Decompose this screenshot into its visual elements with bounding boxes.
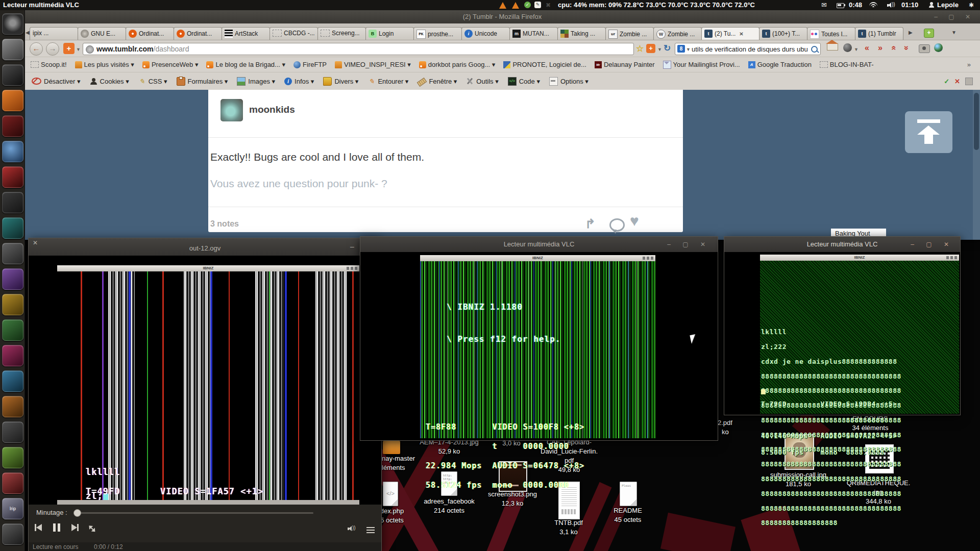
launcher-item[interactable]	[2, 472, 23, 494]
launcher-item[interactable]: lrip	[2, 498, 23, 519]
tab-zombie-1[interactable]: urZombie ...	[605, 27, 654, 40]
notes-count[interactable]: 3 notes	[210, 219, 239, 229]
vlc-titlebar[interactable]: Lecteur multimédia VLC	[360, 237, 718, 252]
bookmark-blog-brigade[interactable]: Le blog de la Brigad... ▾	[206, 61, 285, 68]
add-bookmark-button[interactable]: +	[646, 44, 655, 53]
like-heart-icon[interactable]: ♥	[630, 212, 639, 230]
desktop-icon-label[interactable]: nay-master léments	[382, 454, 418, 472]
vlc-cone-icon[interactable]	[499, 2, 506, 9]
window-controls[interactable]: – ▢ ✕	[667, 237, 710, 252]
bookmark-star-icon[interactable]: ☆	[636, 43, 644, 54]
webdev-code[interactable]: </>Code ▾	[508, 77, 540, 86]
launcher-item[interactable]	[2, 523, 23, 545]
launcher-item[interactable]	[2, 217, 23, 239]
tab-cbcdg[interactable]: CBCDG -...	[270, 27, 318, 40]
update-ok-icon[interactable]: ✓	[524, 2, 531, 8]
fullscreen-button[interactable]	[87, 522, 102, 537]
new-tab-button[interactable]: +	[924, 29, 934, 38]
launcher-item[interactable]	[2, 447, 23, 468]
tab-prosthe[interactable]: PKprosthe...	[413, 27, 462, 40]
render-mode-icon[interactable]	[965, 78, 973, 85]
screenshot-icon[interactable]	[919, 44, 930, 53]
validation-fail-icon[interactable]: ✕	[954, 78, 960, 85]
desktop-icon-label[interactable]: README 45 octets	[587, 506, 669, 524]
launcher-item[interactable]	[2, 268, 23, 290]
tab-unicode[interactable]: iUnicode	[461, 27, 510, 40]
bookmark-blog-in-bat[interactable]: BLOG-IN-BAT-	[820, 61, 874, 68]
webdev-forms[interactable]: Formulaires ▾	[177, 77, 228, 86]
session-gear-icon[interactable]: ✱	[969, 2, 974, 9]
seek-slider[interactable]	[75, 512, 313, 514]
share-icon[interactable]: ↱	[585, 216, 596, 231]
url-bar[interactable]: www.tumblr.com/dashboard	[83, 43, 634, 55]
vlc-titlebar[interactable]: out-12.ogv	[29, 238, 381, 256]
desktop-icon-label[interactable]: 2.pdf ko	[718, 418, 748, 437]
user-name[interactable]: Lepole	[937, 1, 959, 9]
reply-icon[interactable]	[609, 218, 625, 232]
bookmark-dorkbot[interactable]: dorkbot paris Goog... ▾	[419, 61, 496, 68]
tab-screeng[interactable]: Screeng...	[317, 27, 366, 40]
scrollbar-thumb[interactable]	[974, 93, 979, 150]
tumblr-new-post-button[interactable]: +	[63, 43, 75, 54]
video-area[interactable]: IBNIZ \ IBNIZ 1.1180 \ Press f12 for hel…	[360, 252, 718, 440]
video-area[interactable]: IBNIZ lkllll zl;222 cdxd je ne daisplus8…	[724, 252, 960, 415]
tab-list-dropdown[interactable]: ▼	[951, 30, 957, 35]
close-icon[interactable]: ✕	[33, 239, 38, 246]
tab-artstack[interactable]: ArtStack	[222, 27, 270, 40]
tab-ipix[interactable]: ipix ...	[30, 27, 78, 40]
launcher-item[interactable]	[2, 90, 23, 111]
tab-scroll-right-button[interactable]: ▶	[909, 30, 913, 35]
search-icon[interactable]	[811, 46, 818, 53]
tab-ordinateur-1[interactable]: Ordinat...	[126, 27, 174, 40]
launcher-item[interactable]	[2, 370, 23, 392]
firefox-titlebar[interactable]: (2) Tumblr - Mozilla Firefox	[24, 10, 980, 23]
avatar[interactable]	[220, 99, 243, 121]
webdev-options[interactable]: Options ▾	[549, 77, 589, 86]
scroll-up-icon[interactable]: »	[889, 46, 898, 51]
colorzilla-icon[interactable]	[934, 43, 943, 52]
clock[interactable]: 01:10	[901, 1, 918, 9]
ask-placeholder[interactable]: Vous avez une question pour punk- ?	[210, 178, 387, 190]
webdev-divers[interactable]: Divers ▾	[323, 77, 358, 86]
network-wifi-icon[interactable]	[869, 2, 877, 8]
launcher-item[interactable]	[2, 39, 23, 60]
webdev-css[interactable]: ✎CSS ▾	[138, 78, 167, 85]
tab-zombie-2[interactable]: WZombie ...	[653, 27, 702, 40]
previous-button[interactable]	[35, 524, 50, 537]
webdev-images[interactable]: Images ▾	[237, 77, 275, 86]
tab-close-icon[interactable]: ✕	[739, 31, 743, 37]
bookmark-presenceweb[interactable]: PresenceWeb ▾	[142, 61, 199, 68]
tab-login[interactable]: BLogin	[365, 27, 414, 40]
bookmark-scoopit[interactable]: Scoop.it!	[31, 61, 67, 68]
readme-file-icon[interactable]: Pleas	[620, 482, 637, 506]
webdev-outline[interactable]: ✎Entourer ▾	[368, 78, 408, 85]
back-to-top-button[interactable]	[905, 111, 952, 153]
bookmarks-overflow-chevron[interactable]: »	[967, 61, 971, 68]
webdev-infos[interactable]: iInfos ▾	[284, 78, 314, 85]
bookmark-mailinglist[interactable]: Your Mailinglist Provi...	[663, 61, 740, 69]
addon-sphere-icon[interactable]	[843, 43, 852, 52]
launcher-item[interactable]	[2, 115, 23, 137]
chevron-down-icon[interactable]: ▼	[657, 47, 662, 52]
scrollbar[interactable]	[973, 90, 980, 240]
webdev-disable[interactable]: Désactiver ▾	[32, 78, 81, 85]
bookmark-fireftp[interactable]: FireFTP	[293, 61, 327, 68]
scroll-down-icon[interactable]: »	[902, 46, 911, 51]
video-area[interactable]: IBNIZ	[29, 256, 381, 505]
tab-tumblr-active[interactable]: t(2) Tu...✕	[701, 27, 760, 40]
tab-scroll-left-button[interactable]: ◀	[26, 30, 30, 35]
launcher-item[interactable]	[2, 345, 23, 366]
bookmark-vimeo-inspi[interactable]: VIMEO_INSPI_RESI ▾	[335, 61, 411, 68]
launcher-item[interactable]	[2, 141, 23, 162]
tab-tumblr-100[interactable]: t(100+) T...	[759, 27, 807, 40]
window-controls[interactable]: – ▢ ✕	[934, 10, 975, 23]
vlc-cone-icon[interactable]	[512, 2, 519, 9]
bookmark-delaunay[interactable]: MrDelaunay Painter	[595, 61, 655, 68]
user-icon[interactable]	[928, 2, 935, 8]
launcher-item[interactable]	[2, 166, 23, 188]
launcher-item[interactable]	[2, 396, 23, 417]
playlist-menu-icon[interactable]	[366, 527, 375, 533]
bookmark-most-visited[interactable]: Les plus visités ▾	[75, 61, 134, 68]
launcher-item[interactable]	[2, 192, 23, 213]
chevron-down-icon[interactable]: ▼	[854, 47, 859, 52]
